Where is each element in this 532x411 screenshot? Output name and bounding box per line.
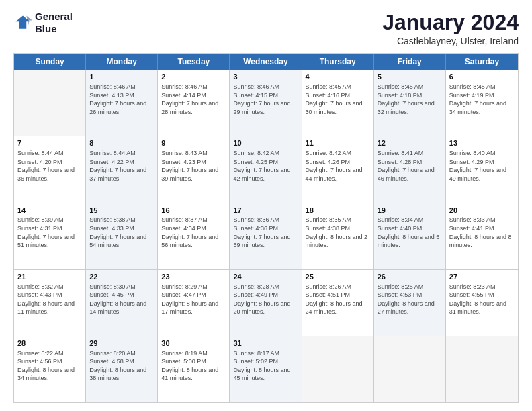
day-info: Sunrise: 8:38 AMSunset: 4:33 PMDaylight:… [89, 216, 154, 249]
cal-day-3: 3Sunrise: 8:46 AMSunset: 4:15 PMDaylight… [230, 70, 302, 136]
cal-day-empty [374, 336, 446, 402]
day-number: 20 [449, 205, 515, 216]
day-number: 22 [89, 272, 154, 282]
cal-day-30: 30Sunrise: 8:19 AMSunset: 5:00 PMDayligh… [158, 336, 230, 402]
header-day-tuesday: Tuesday [158, 54, 230, 70]
cal-day-21: 21Sunrise: 8:32 AMSunset: 4:43 PMDayligh… [14, 270, 86, 336]
day-info: Sunrise: 8:22 AMSunset: 4:56 PMDaylight:… [17, 349, 82, 383]
title-block: January 2024 Castleblayney, Ulster, Irel… [382, 11, 519, 46]
cal-day-empty [14, 70, 86, 136]
calendar-week-1: 1Sunrise: 8:46 AMSunset: 4:13 PMDaylight… [14, 70, 518, 136]
calendar-body: 1Sunrise: 8:46 AMSunset: 4:13 PMDaylight… [14, 70, 518, 402]
header-day-wednesday: Wednesday [230, 54, 302, 70]
day-info: Sunrise: 8:23 AMSunset: 4:55 PMDaylight:… [449, 283, 515, 316]
cal-day-23: 23Sunrise: 8:29 AMSunset: 4:47 PMDayligh… [158, 270, 230, 336]
day-info: Sunrise: 8:40 AMSunset: 4:29 PMDaylight:… [449, 149, 515, 183]
cal-day-26: 26Sunrise: 8:25 AMSunset: 4:53 PMDayligh… [374, 270, 446, 336]
day-number: 23 [161, 272, 226, 282]
cal-day-11: 11Sunrise: 8:42 AMSunset: 4:26 PMDayligh… [302, 136, 374, 202]
day-number: 8 [89, 138, 154, 148]
calendar-week-4: 21Sunrise: 8:32 AMSunset: 4:43 PMDayligh… [14, 270, 518, 336]
day-info: Sunrise: 8:43 AMSunset: 4:23 PMDaylight:… [161, 149, 226, 183]
day-info: Sunrise: 8:30 AMSunset: 4:45 PMDaylight:… [89, 283, 154, 316]
cal-day-16: 16Sunrise: 8:37 AMSunset: 4:34 PMDayligh… [158, 203, 230, 269]
day-number: 19 [378, 205, 442, 216]
cal-day-17: 17Sunrise: 8:36 AMSunset: 4:36 PMDayligh… [230, 203, 302, 269]
day-info: Sunrise: 8:45 AMSunset: 4:19 PMDaylight:… [449, 83, 515, 116]
day-number: 14 [17, 205, 82, 216]
cal-day-2: 2Sunrise: 8:46 AMSunset: 4:14 PMDaylight… [158, 70, 230, 136]
header-day-monday: Monday [86, 54, 158, 70]
day-number: 27 [449, 272, 515, 282]
cal-day-14: 14Sunrise: 8:39 AMSunset: 4:31 PMDayligh… [14, 203, 86, 269]
cal-day-7: 7Sunrise: 8:44 AMSunset: 4:20 PMDaylight… [14, 136, 86, 202]
cal-day-31: 31Sunrise: 8:17 AMSunset: 5:02 PMDayligh… [230, 336, 302, 402]
cal-day-28: 28Sunrise: 8:22 AMSunset: 4:56 PMDayligh… [14, 336, 86, 402]
day-info: Sunrise: 8:28 AMSunset: 4:49 PMDaylight:… [233, 283, 298, 316]
day-number: 28 [17, 338, 82, 349]
header: General Blue January 2024 Castleblayney,… [13, 11, 519, 46]
day-number: 11 [306, 138, 370, 148]
cal-day-18: 18Sunrise: 8:35 AMSunset: 4:38 PMDayligh… [302, 203, 374, 269]
day-number: 12 [378, 138, 442, 148]
day-number: 29 [89, 338, 154, 349]
day-info: Sunrise: 8:36 AMSunset: 4:36 PMDaylight:… [233, 216, 298, 249]
day-number: 26 [378, 272, 442, 282]
day-info: Sunrise: 8:42 AMSunset: 4:26 PMDaylight:… [306, 149, 370, 183]
day-info: Sunrise: 8:46 AMSunset: 4:14 PMDaylight:… [161, 83, 226, 116]
day-number: 3 [233, 72, 298, 82]
cal-day-empty [302, 336, 374, 402]
cal-day-8: 8Sunrise: 8:44 AMSunset: 4:22 PMDaylight… [86, 136, 158, 202]
cal-day-1: 1Sunrise: 8:46 AMSunset: 4:13 PMDaylight… [86, 70, 158, 136]
header-day-thursday: Thursday [302, 54, 374, 70]
day-info: Sunrise: 8:34 AMSunset: 4:40 PMDaylight:… [378, 216, 442, 249]
day-number: 1 [89, 72, 154, 82]
calendar-subtitle: Castleblayney, Ulster, Ireland [382, 36, 519, 46]
header-day-saturday: Saturday [446, 54, 518, 70]
day-info: Sunrise: 8:35 AMSunset: 4:38 PMDaylight:… [306, 216, 370, 249]
day-number: 10 [233, 138, 298, 148]
logo-line1: General [35, 11, 73, 23]
day-info: Sunrise: 8:29 AMSunset: 4:47 PMDaylight:… [161, 283, 226, 316]
day-number: 18 [306, 205, 370, 216]
logo-icon [13, 13, 32, 32]
header-day-friday: Friday [374, 54, 446, 70]
day-number: 21 [17, 272, 82, 282]
cal-day-10: 10Sunrise: 8:42 AMSunset: 4:25 PMDayligh… [230, 136, 302, 202]
day-number: 16 [161, 205, 226, 216]
day-number: 5 [378, 72, 442, 82]
day-number: 24 [233, 272, 298, 282]
day-number: 7 [17, 138, 82, 148]
cal-day-5: 5Sunrise: 8:45 AMSunset: 4:18 PMDaylight… [374, 70, 446, 136]
day-info: Sunrise: 8:44 AMSunset: 4:22 PMDaylight:… [89, 149, 154, 183]
day-number: 25 [306, 272, 370, 282]
day-number: 6 [449, 72, 515, 82]
day-number: 31 [233, 338, 298, 349]
day-number: 17 [233, 205, 298, 216]
cal-day-4: 4Sunrise: 8:45 AMSunset: 4:16 PMDaylight… [302, 70, 374, 136]
day-info: Sunrise: 8:33 AMSunset: 4:41 PMDaylight:… [449, 216, 515, 249]
cal-day-25: 25Sunrise: 8:26 AMSunset: 4:51 PMDayligh… [302, 270, 374, 336]
cal-day-12: 12Sunrise: 8:41 AMSunset: 4:28 PMDayligh… [374, 136, 446, 202]
day-info: Sunrise: 8:17 AMSunset: 5:02 PMDaylight:… [233, 349, 298, 383]
cal-day-13: 13Sunrise: 8:40 AMSunset: 4:29 PMDayligh… [446, 136, 518, 202]
day-info: Sunrise: 8:39 AMSunset: 4:31 PMDaylight:… [17, 216, 82, 249]
day-info: Sunrise: 8:44 AMSunset: 4:20 PMDaylight:… [17, 149, 82, 183]
day-info: Sunrise: 8:45 AMSunset: 4:18 PMDaylight:… [378, 83, 442, 116]
day-number: 13 [449, 138, 515, 148]
calendar-week-2: 7Sunrise: 8:44 AMSunset: 4:20 PMDaylight… [14, 136, 518, 203]
logo-line2: Blue [35, 23, 73, 35]
cal-day-20: 20Sunrise: 8:33 AMSunset: 4:41 PMDayligh… [446, 203, 518, 269]
calendar-title: January 2024 [382, 11, 519, 34]
day-info: Sunrise: 8:45 AMSunset: 4:16 PMDaylight:… [306, 83, 370, 116]
day-info: Sunrise: 8:41 AMSunset: 4:28 PMDaylight:… [378, 149, 442, 183]
logo: General Blue [13, 11, 73, 35]
cal-day-6: 6Sunrise: 8:45 AMSunset: 4:19 PMDaylight… [446, 70, 518, 136]
day-info: Sunrise: 8:46 AMSunset: 4:13 PMDaylight:… [89, 83, 154, 116]
cal-day-29: 29Sunrise: 8:20 AMSunset: 4:58 PMDayligh… [86, 336, 158, 402]
cal-day-empty [446, 336, 518, 402]
day-info: Sunrise: 8:26 AMSunset: 4:51 PMDaylight:… [306, 283, 370, 316]
page: General Blue January 2024 Castleblayney,… [0, 0, 532, 411]
day-info: Sunrise: 8:46 AMSunset: 4:15 PMDaylight:… [233, 83, 298, 116]
calendar-header: SundayMondayTuesdayWednesdayThursdayFrid… [14, 54, 518, 70]
